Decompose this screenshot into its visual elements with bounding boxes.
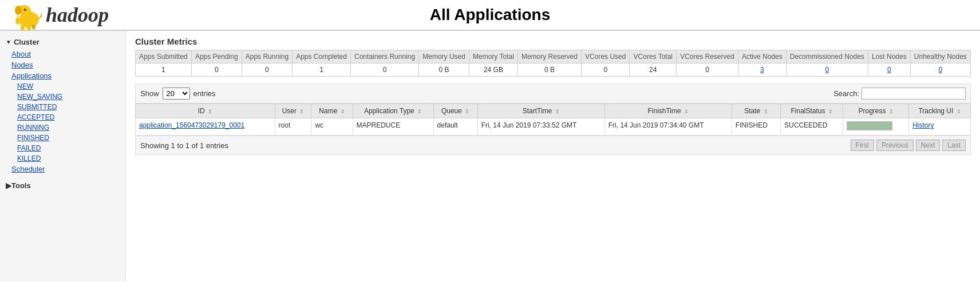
apps-col-6: FinishTime ⇕ [604,104,732,118]
metrics-col-7: Memory Reserved [517,50,581,63]
apps-col-8: FinalStatus ⇕ [781,104,843,118]
metrics-val-12: 0 [786,63,868,77]
sidebar-item-scheduler[interactable]: Scheduler [0,164,125,174]
sidebar-item-failed[interactable]: FAILED [0,143,125,153]
apps-col-9: Progress ⇕ [843,104,909,118]
app-tracking-cell: History [909,118,971,136]
tools-arrow-icon: ▶ [6,181,11,190]
app-progress-cell [843,118,909,136]
app-state-cell: FINISHED [732,118,780,136]
sidebar-item-new[interactable]: NEW [0,81,125,92]
app-finishtime-cell: Fri, 14 Jun 2019 07:34:40 GMT [604,118,732,136]
metrics-col-11: Active Nodes [738,50,786,63]
metrics-val-0: 1 [136,63,192,77]
footer-bar: Showing 1 to 1 of 1 entries First Previo… [135,136,971,155]
sidebar-tools-header[interactable]: ▶ Tools [0,179,125,192]
sidebar-item-finished[interactable]: FINISHED [0,133,125,143]
apps-col-10: Tracking UI ⇕ [909,104,971,118]
metrics-val-5: 0 B [419,63,469,77]
metrics-col-10: VCores Reserved [677,50,738,63]
app-queue-cell: default [433,118,477,136]
sidebar: ▼ Cluster About Nodes Applications NEW N… [0,31,126,281]
metrics-col-14: Unhealthy Nodes [910,50,970,63]
sort-arrow-icon-2: ⇕ [341,109,345,114]
main-content: Cluster Metrics Apps SubmittedApps Pendi… [126,31,980,281]
metrics-val-9: 24 [630,63,677,77]
sidebar-item-nodes[interactable]: Nodes [0,59,125,70]
sort-arrow-icon-3: ⇕ [417,109,422,114]
svg-rect-6 [27,25,31,30]
metrics-val-2: 0 [242,63,292,77]
apps-col-3: Application Type ⇕ [353,104,433,118]
sidebar-item-running[interactable]: RUNNING [0,122,125,133]
table-row: application_1560473029179_0001rootwcMAPR… [136,118,971,136]
metrics-val-14: 0 [910,63,970,77]
next-button[interactable]: Next [916,140,941,151]
metrics-val-6: 24 GB [469,63,517,77]
first-button[interactable]: First [851,140,874,151]
metrics-col-5: Memory Used [419,50,469,63]
metrics-val-7: 0 B [517,63,581,77]
hadoop-logo-icon [11,0,46,32]
metrics-link-14[interactable]: 0 [939,66,943,74]
progress-bar-fill [847,122,892,130]
sidebar-item-new-saving[interactable]: NEW_SAVING [0,92,125,102]
search-area: Search: [833,88,966,100]
metrics-col-6: Memory Total [469,50,517,63]
sidebar-item-about[interactable]: About [0,49,125,59]
sidebar-cluster-header[interactable]: ▼ Cluster [0,35,125,49]
apps-col-5: StartTime ⇕ [477,104,604,118]
sidebar-item-accepted[interactable]: ACCEPTED [0,112,125,122]
apps-col-4: Queue ⇕ [433,104,477,118]
app-name-cell: wc [311,118,353,136]
metrics-val-4: 0 [350,63,418,77]
previous-button[interactable]: Previous [876,140,914,151]
sort-arrow-icon-7: ⇕ [764,109,768,114]
metrics-value-row: 100100 B24 GB0 B02403000 [136,63,971,77]
sort-arrow-icon-10: ⇕ [957,109,961,114]
metrics-val-11: 3 [738,63,786,77]
sort-arrow-icon-5: ⇕ [555,109,560,114]
metrics-col-8: VCores Used [582,50,630,63]
svg-point-3 [24,9,26,11]
app-tracking-link[interactable]: History [912,121,934,129]
sidebar-item-submitted[interactable]: SUBMITTED [0,102,125,112]
metrics-val-8: 0 [582,63,630,77]
metrics-link-13[interactable]: 0 [887,66,891,74]
metrics-col-2: Apps Running [242,50,292,63]
svg-point-4 [25,9,26,10]
app-id-cell: application_1560473029179_0001 [136,118,275,136]
metrics-col-0: Apps Submitted [136,50,192,63]
sidebar-item-applications[interactable]: Applications [0,70,125,81]
sort-arrow-icon-4: ⇕ [465,109,469,114]
apps-col-2: Name ⇕ [311,104,353,118]
metrics-link-11[interactable]: 3 [760,66,764,74]
sidebar-cluster-label: Cluster [14,38,39,46]
app-finalstatus-cell: SUCCEEDED [781,118,843,136]
metrics-col-1: Apps Pending [191,50,242,63]
show-entries-left: Show 10202550100 entries [140,88,216,100]
app-id-link[interactable]: application_1560473029179_0001 [139,121,244,129]
sidebar-item-killed[interactable]: KILLED [0,153,125,164]
last-button[interactable]: Last [942,140,966,151]
sort-arrow-icon-9: ⇕ [889,109,894,114]
sort-arrow-icon-1: ⇕ [299,109,304,114]
search-input[interactable] [862,88,966,100]
main-layout: ▼ Cluster About Nodes Applications NEW N… [0,31,980,281]
sort-arrow-icon-0: ⇕ [208,109,212,114]
metrics-link-12[interactable]: 0 [825,66,829,74]
apps-table: ID ⇕User ⇕Name ⇕Application Type ⇕Queue … [135,104,971,136]
metrics-col-9: VCores Total [630,50,677,63]
cluster-metrics-title: Cluster Metrics [135,37,971,46]
progress-bar-container [847,121,892,130]
page-title: All Applications [430,6,551,24]
app-starttime-cell: Fri, 14 Jun 2019 07:33:52 GMT [477,118,604,136]
entries-label: entries [193,89,216,98]
apps-body: application_1560473029179_0001rootwcMAPR… [136,118,971,136]
entries-select[interactable]: 10202550100 [163,88,190,100]
sort-arrow-icon-8: ⇕ [828,109,833,114]
pagination-buttons: First Previous Next Last [851,140,966,151]
metrics-col-12: Decommissioned Nodes [786,50,868,63]
metrics-col-3: Apps Completed [293,50,351,63]
metrics-header-row: Apps SubmittedApps PendingApps RunningAp… [136,50,971,63]
